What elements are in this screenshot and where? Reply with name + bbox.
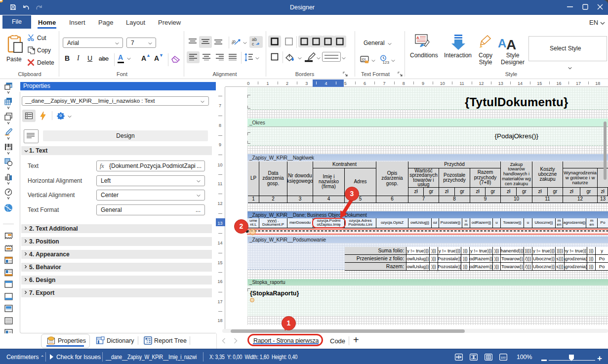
svg-text:[0]: [0] [362, 57, 365, 62]
svg-text:123: 123 [6, 148, 11, 151]
svg-text:100: 100 [501, 356, 506, 359]
svg-text:ab: ab [232, 39, 237, 45]
svg-text:A: A [498, 37, 506, 50]
svg-text:A: A [506, 37, 516, 50]
svg-text:c: c [252, 41, 254, 46]
svg-text:123: 123 [383, 60, 390, 65]
svg-text:A: A [416, 36, 419, 40]
